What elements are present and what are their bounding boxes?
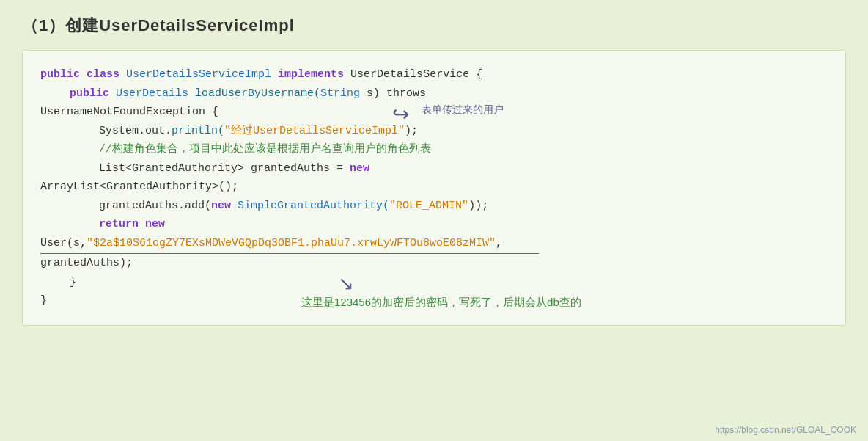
- code-line-4: System.out.println("经过UserDetailsService…: [99, 122, 828, 141]
- code-line-6: List<GrantedAuthority> grantedAuths = ne…: [99, 159, 828, 178]
- code-line-1: public class UserDetailsServiceImpl impl…: [40, 65, 828, 84]
- bottom-annotation-container: ↘ 这里是123456的加密后的密码，写死了，后期会从db查的: [301, 274, 581, 312]
- code-line-2: public UserDetails loadUserByUsername(St…: [70, 84, 828, 103]
- arrow-symbol-1: ↪: [392, 97, 409, 132]
- code-line-3: UsernameNotFoundException { ↪ 表单传过来的用户: [40, 103, 828, 122]
- code-line-5: //构建角色集合，项目中此处应该是根据用户名查询用户的角色列表: [99, 140, 828, 159]
- kw-class: class: [87, 68, 126, 81]
- code-line-11: grantedAuths);: [40, 254, 828, 273]
- code-block: public class UserDetailsServiceImpl impl…: [22, 50, 846, 326]
- section-title: （1）创建UserDetailsServiceImpl: [22, 15, 846, 37]
- page-container: （1）创建UserDetailsServiceImpl public class…: [0, 0, 868, 441]
- interface-name: UserDetailsService {: [350, 68, 482, 81]
- code-line-9: return new: [99, 215, 828, 234]
- kw-public: public: [40, 68, 87, 81]
- underline-deco: [40, 253, 539, 254]
- code-line-10: User(s,"$2a$10$61ogZY7EXsMDWeVGQpDq3OBF1…: [40, 234, 828, 253]
- arrow-symbol-2: ↘: [338, 274, 354, 293]
- watermark: https://blog.csdn.net/GLOAL_COOK: [715, 425, 856, 435]
- code-line-8: grantedAuths.add(new SimpleGrantedAuthor…: [99, 197, 828, 216]
- code-line-7: ArrayList<GrantedAuthority>();: [40, 178, 828, 197]
- kw-implements: implements: [278, 68, 350, 81]
- class-name: UserDetailsServiceImpl: [126, 68, 278, 81]
- bottom-annotation-text: 这里是123456的加密后的密码，写死了，后期会从db查的: [301, 293, 581, 312]
- annotation-right: 表单传过来的用户: [422, 101, 504, 119]
